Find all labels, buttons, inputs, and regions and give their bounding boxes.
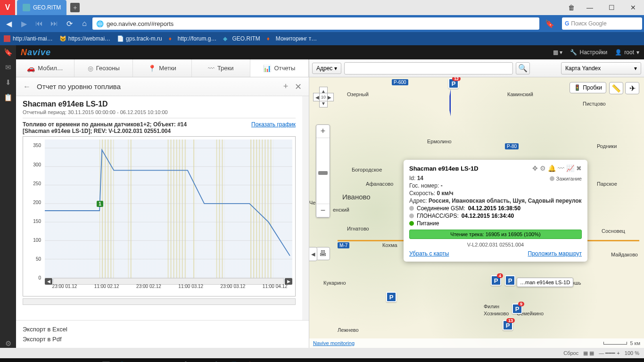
tab-labels[interactable]: 📍Метки [133, 59, 191, 77]
new-tab-button[interactable]: + [70, 3, 80, 12]
bell-icon[interactable]: 🔔 [548, 165, 556, 172]
maximize-button[interactable]: ☐ [601, 0, 622, 15]
bookmarks-panel-icon[interactable]: 🔖 [4, 48, 12, 57]
bookmark-item[interactable]: 😺https://webmai… [59, 35, 110, 42]
maptype-select[interactable]: Карта Yandex▾ [561, 62, 641, 74]
taskbar-app-icon[interactable]: V [194, 359, 209, 362]
parking-marker[interactable]: P12 [448, 78, 459, 89]
taskbar-app-icon[interactable]: 📘 [226, 359, 241, 362]
taskbar-app-icon[interactable]: 🔥 [242, 359, 257, 362]
bookmark-item[interactable]: ♦http://forum.g… [169, 35, 217, 42]
collapse-panel-button[interactable]: ◀ [309, 247, 317, 261]
user-menu[interactable]: 👤 root ▾ [615, 49, 639, 56]
close-icon[interactable]: ✖ [576, 165, 582, 172]
taskbar-app-icon[interactable]: 🌐 [114, 359, 129, 362]
taskbar-app-icon[interactable]: 📁 [34, 359, 49, 362]
globe-icon: 🌐 [96, 20, 104, 27]
ruler-button[interactable]: 📏 [609, 82, 623, 94]
zoom-in-button[interactable]: + [316, 125, 330, 138]
bookmark-icon[interactable]: 🔖 [540, 19, 559, 28]
taskbar-app-icon[interactable]: 💬 [66, 359, 81, 362]
compass-button[interactable]: ✈ [625, 82, 639, 94]
show-chart-link[interactable]: Показать график [251, 121, 296, 128]
downloads-panel-icon[interactable]: ⬇ [4, 78, 12, 87]
address-mode-button[interactable]: Адрес ▾ [312, 63, 341, 74]
city-label: Озерный [347, 91, 369, 97]
bookmark-item[interactable]: ♦Мониторинг т… [267, 35, 317, 42]
chevron-down-icon: ▾ [334, 65, 337, 72]
settings-link[interactable]: 🔧 Настройки [570, 49, 607, 56]
back-arrow-button[interactable]: ← [21, 81, 33, 93]
parking-marker[interactable]: P4 [491, 275, 501, 286]
track-icon[interactable]: 〰 [558, 165, 564, 172]
close-panel-button[interactable]: ✕ [292, 81, 304, 93]
bookmark-item[interactable]: ​http://anti-mai… [4, 35, 53, 42]
export-excel-link[interactable]: Экспорт в Excel [23, 324, 302, 334]
parking-marker[interactable]: P [386, 292, 396, 302]
close-button[interactable]: ✕ [622, 0, 644, 15]
fastfwd-button[interactable]: ⏭ [47, 16, 61, 31]
map[interactable]: Озерный Каминский Пистцово Ермолино Родн… [309, 77, 644, 348]
taskbar-app-icon[interactable]: 🎵 [130, 359, 145, 362]
app-logo[interactable]: Navive [21, 48, 51, 58]
build-route-link[interactable]: Проложить маршрут [528, 250, 582, 257]
bookmark-item[interactable]: 📄gps.track-m.ru [117, 35, 162, 42]
taskbar-app-icon[interactable]: V [258, 359, 273, 362]
add-button[interactable]: + [280, 81, 292, 93]
zoom-reset[interactable]: Сброс [563, 350, 578, 356]
notes-panel-icon[interactable]: 📋 [4, 93, 12, 102]
taskbar-app-icon[interactable]: 🔧 [210, 359, 225, 362]
road-shield: М-7 [338, 242, 349, 248]
chart-scrollbar[interactable] [23, 298, 296, 305]
widgets-icon[interactable]: ▦ ▾ [553, 49, 562, 56]
navive-link[interactable]: Navive monitoring [313, 340, 355, 346]
traffic-button[interactable]: 🚦 Пробки [570, 82, 606, 93]
chart-icon[interactable]: 📈 [566, 165, 574, 172]
zoom-slider[interactable] [316, 138, 330, 204]
search-button[interactable]: 🔍 [516, 62, 530, 74]
gear-icon[interactable]: ⚙ [540, 165, 546, 172]
tab-geozones[interactable]: ◎Геозоны [74, 59, 133, 77]
tab-tracks[interactable]: 〰Треки [192, 59, 250, 77]
rewind-button[interactable]: ⏮ [32, 16, 46, 31]
report-title: Shacman е914ев LS-1D [23, 100, 296, 108]
taskbar-app-icon[interactable]: 🦊 [50, 359, 65, 362]
home-button[interactable]: ⌂ [77, 16, 91, 31]
mail-panel-icon[interactable]: ✉ [4, 63, 12, 72]
parking-marker[interactable]: P13 [503, 320, 513, 330]
city-label: Хозниково [484, 311, 509, 316]
print-button[interactable]: 🖶 [316, 247, 330, 260]
popup-version: V-L2.002.031 02551.004 [409, 242, 582, 247]
taskbar-app-icon[interactable]: Ⓩ [178, 359, 193, 362]
remove-from-map-link[interactable]: Убрать с карты [409, 250, 449, 257]
report-period: Отчетный период: 30.11.2015 00:00:00 - 0… [23, 109, 296, 118]
object-tooltip: …man е914ев LS-1D [517, 278, 573, 287]
parking-marker[interactable]: P9 [512, 304, 522, 314]
parking-marker[interactable]: P [505, 275, 515, 286]
taskbar-app-icon[interactable]: 📊 [98, 359, 113, 362]
tab-mobile[interactable]: 🚗Мобил… [16, 59, 74, 77]
forward-button[interactable]: ▶ [17, 16, 31, 31]
minimize-button[interactable]: — [579, 0, 601, 15]
move-icon[interactable]: ✥ [532, 165, 538, 172]
export-pdf-link[interactable]: Экспорт в Pdf [23, 334, 302, 344]
google-icon: G [565, 20, 569, 27]
search-bar[interactable]: G Поиск Google [562, 17, 642, 30]
taskbar-app-icon[interactable]: ⚙ [146, 359, 161, 362]
taskbar-app-icon[interactable]: 🅾 [162, 359, 177, 362]
vivaldi-icon[interactable]: V [0, 0, 15, 15]
bookmark-item[interactable]: ◆GEO.RITM [223, 35, 260, 42]
reload-button[interactable]: ⟳ [62, 16, 76, 31]
back-button[interactable]: ◀ [2, 16, 16, 31]
browser-tab[interactable]: GEO.RITM [17, 0, 66, 15]
url-bar[interactable]: 🌐 geo.navive.com/#reports [92, 17, 539, 30]
address-input[interactable] [344, 62, 513, 74]
trash-icon[interactable]: 🗑 [564, 0, 579, 15]
taskview-icon[interactable]: ▭ [18, 359, 33, 362]
start-button[interactable]: ⊞ [2, 359, 17, 362]
pin-icon: 📍 [148, 65, 156, 72]
settings-panel-icon[interactable]: ⚙ [4, 339, 12, 348]
tab-reports[interactable]: 📊Отчеты [250, 59, 309, 77]
zoom-out-button[interactable]: − [316, 204, 330, 217]
taskbar-app-icon[interactable]: 📧 [82, 359, 97, 362]
